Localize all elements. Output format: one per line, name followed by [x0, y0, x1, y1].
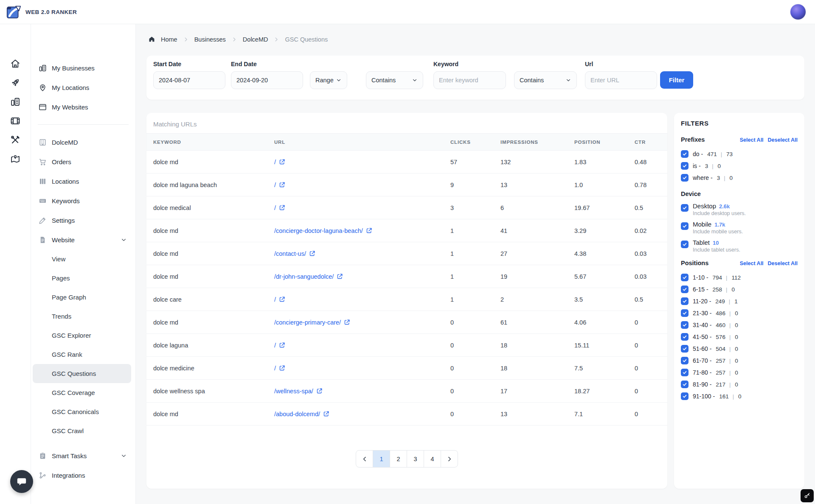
sidebar-item-keywords[interactable]: Keywords — [31, 191, 135, 210]
position-filter-row: 31-40 - 460 | 0 — [681, 319, 798, 331]
positions-section-header: Positions Select All Deselect All — [681, 260, 798, 266]
sidebar-item-smart-tasks[interactable]: Smart Tasks — [31, 446, 135, 465]
breadcrumb-businesses[interactable]: Businesses — [194, 36, 226, 43]
next-page-button[interactable] — [441, 450, 458, 468]
map-icon[interactable] — [10, 154, 21, 165]
positions-deselect-all-link[interactable]: Deselect All — [768, 260, 798, 266]
checkbox-checked[interactable] — [681, 297, 689, 305]
sidebar-subitem[interactable]: GSC Questions — [33, 364, 131, 383]
checkbox-checked[interactable] — [681, 369, 689, 376]
checkbox-checked[interactable] — [681, 357, 689, 364]
check-icon — [682, 370, 687, 375]
checkbox-checked[interactable] — [681, 309, 689, 317]
home-icon[interactable] — [10, 58, 21, 69]
url-link[interactable]: /wellness-spa/ — [274, 388, 323, 395]
checkbox-checked[interactable] — [681, 162, 689, 170]
user-avatar[interactable] — [790, 4, 806, 20]
sidebar-subitem[interactable]: GSC Canonicals — [33, 402, 131, 421]
page-button[interactable]: 4 — [424, 450, 441, 468]
pagination: 1 2 3 4 — [146, 450, 667, 468]
url-link[interactable]: / — [274, 204, 285, 211]
page-button[interactable]: 1 — [373, 450, 390, 468]
cell-clicks: 1 — [450, 227, 500, 234]
checkbox-checked[interactable] — [681, 222, 689, 230]
checkbox-checked[interactable] — [681, 286, 689, 293]
chat-widget-button[interactable] — [10, 470, 33, 493]
checkbox-checked[interactable] — [681, 150, 689, 158]
checkbox-checked[interactable] — [681, 174, 689, 182]
rocket-icon[interactable] — [10, 77, 21, 88]
checkbox-checked[interactable] — [681, 392, 689, 400]
checkbox-checked[interactable] — [681, 274, 689, 281]
cell-position: 1.83 — [574, 159, 635, 165]
cell-position: 3.5 — [574, 296, 635, 303]
sidebar-item-my-websites[interactable]: My Websites — [31, 97, 135, 117]
positions-select-all-link[interactable]: Select All — [740, 260, 764, 266]
sidebar-item-dolcemd[interactable]: DolceMD — [31, 132, 135, 152]
url-link[interactable]: / — [274, 182, 285, 188]
sidebar-item-label: Locations — [52, 178, 79, 185]
sidebar-subitem[interactable]: GSC Coverage — [33, 383, 131, 402]
position-filter-row: 21-30 - 486 | 0 — [681, 307, 798, 319]
url-link[interactable]: /concierge-primary-care/ — [274, 319, 350, 326]
sidebar-subitem[interactable]: Trends — [33, 307, 131, 326]
sidebar-subitem[interactable]: GSC Explorer — [33, 326, 131, 345]
sidebar-item-website[interactable]: Website — [31, 230, 135, 249]
end-date-input[interactable] — [231, 71, 303, 89]
sidebar-subitem[interactable]: Page Graph — [33, 288, 131, 307]
external-link-icon — [316, 388, 323, 394]
checkbox-checked[interactable] — [681, 333, 689, 341]
url-link[interactable]: /aboud-dolcemd/ — [274, 411, 329, 417]
keyword-match-select[interactable]: Contains — [366, 71, 423, 89]
table-row: dolce md /dr-john-sanguedolce/ 1 19 5.67… — [146, 265, 667, 288]
keyword-input[interactable] — [433, 71, 506, 89]
url-link[interactable]: /concierge-doctor-laguna-beach/ — [274, 227, 372, 234]
prefixes-select-all-link[interactable]: Select All — [740, 137, 764, 143]
external-link-icon — [279, 365, 285, 371]
corner-widget-button[interactable] — [801, 489, 814, 502]
start-date-input[interactable] — [153, 71, 225, 89]
url-link[interactable]: / — [274, 296, 285, 303]
start-date-label: Start Date — [153, 61, 181, 67]
url-input[interactable] — [585, 71, 657, 89]
chevron-right-icon — [183, 36, 189, 42]
checkbox-checked[interactable] — [681, 381, 689, 388]
checkbox-checked[interactable] — [681, 321, 689, 329]
url-link[interactable]: / — [274, 365, 285, 372]
url-link[interactable]: /contact-us/ — [274, 250, 315, 257]
sidebar-subitem[interactable]: GSC Crawl — [33, 421, 131, 440]
brand-logo-icon — [6, 5, 22, 20]
prefixes-deselect-all-link[interactable]: Deselect All — [768, 137, 798, 143]
sidebar-item-orders[interactable]: Orders — [31, 152, 135, 171]
brand-logo[interactable]: WEB 2.0 RANKER — [6, 5, 77, 20]
filter-button[interactable]: Filter — [660, 71, 693, 89]
sidebar-item-locations[interactable]: Locations — [31, 171, 135, 191]
prev-page-button[interactable] — [356, 450, 373, 468]
page-button[interactable]: 2 — [390, 450, 407, 468]
reports-icon[interactable] — [10, 96, 21, 107]
sidebar-item-my-businesses[interactable]: My Businesses — [31, 58, 135, 78]
building-icon — [38, 138, 47, 147]
home-icon[interactable] — [148, 36, 155, 43]
checkbox-checked[interactable] — [681, 204, 689, 212]
url-link[interactable]: /dr-john-sanguedolce/ — [274, 273, 343, 280]
url-link[interactable]: / — [274, 159, 285, 165]
breadcrumb-home[interactable]: Home — [161, 36, 177, 43]
media-icon[interactable] — [10, 115, 21, 126]
sidebar-item-integrations[interactable]: Integrations — [31, 465, 135, 485]
sidebar-item-settings[interactable]: Settings — [31, 210, 135, 230]
sidebar-subitem[interactable]: GSC Rank — [33, 345, 131, 364]
checkbox-checked[interactable] — [681, 241, 689, 248]
page-button[interactable]: 3 — [407, 450, 424, 468]
url-match-select[interactable]: Contains — [514, 71, 577, 89]
range-select[interactable]: Range — [310, 71, 347, 89]
cell-ctr: 0 — [635, 319, 660, 326]
url-link[interactable]: / — [274, 342, 285, 349]
sidebar-subitem[interactable]: Pages — [33, 269, 131, 288]
sidebar-item-my-locations[interactable]: My Locations — [31, 78, 135, 97]
breadcrumb-dolcemd[interactable]: DolceMD — [243, 36, 268, 43]
table-row: dolce md /aboud-dolcemd/ 0 13 7.1 0 — [146, 403, 667, 426]
tools-icon[interactable] — [10, 134, 21, 146]
sidebar-subitem[interactable]: View — [33, 249, 131, 269]
checkbox-checked[interactable] — [681, 345, 689, 353]
